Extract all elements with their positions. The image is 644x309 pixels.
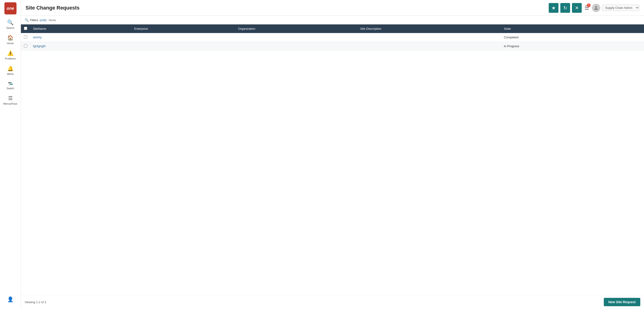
select-all-checkbox[interactable]: [24, 27, 27, 30]
user-section: Supply Chain Admin: [592, 4, 639, 12]
row-enterprise: [132, 33, 236, 42]
svg-point-4: [595, 6, 597, 8]
row-site-description: [358, 33, 501, 42]
header-enterprise: Enterprise: [132, 25, 236, 33]
header-site-name: SiteName: [30, 25, 132, 33]
requests-table: SiteName Enterprise Organization Site De…: [21, 25, 644, 51]
filter-value: None: [49, 18, 56, 22]
user-role-dropdown[interactable]: Supply Chain Admin: [602, 5, 639, 11]
row-organization: [236, 42, 358, 51]
sidebar-label-problems: Problems: [5, 57, 16, 60]
row-extra: [614, 33, 644, 42]
sidebar-label-menus: Menus/Favs: [4, 102, 18, 105]
refresh-button[interactable]: ↻: [560, 3, 570, 13]
page-title: Site Change Requests: [26, 5, 549, 11]
home-icon: 🏠: [7, 35, 14, 41]
header-checkbox-col: [21, 25, 30, 33]
app-logo[interactable]: one: [4, 2, 16, 15]
row-extra: [614, 42, 644, 51]
sidebar-label-search: Search: [6, 27, 14, 29]
notification-badge: 1: [587, 4, 590, 7]
header-site-description: Site Description: [358, 25, 501, 33]
filter-bar: 🔍 Filters (edit): None: [21, 16, 644, 25]
search-icon: 🔍: [7, 20, 14, 26]
filter-icon: 🔍: [25, 18, 28, 22]
header-organization: Organization: [236, 25, 358, 33]
filter-label: Filters: [30, 18, 38, 22]
sidebar-label-home: Home: [7, 42, 14, 45]
row-organization: [236, 33, 358, 42]
row-site-name[interactable]: fghfghgfh: [30, 42, 132, 51]
main-area: Site Change Requests ★ ↻ ✕ ☰ 1 Supply Ch…: [21, 0, 644, 309]
sidebar-item-home[interactable]: 🏠 Home: [0, 32, 21, 48]
avatar: [592, 4, 600, 12]
sidebar-bottom: 👤: [0, 294, 21, 309]
table-header-row: SiteName Enterprise Organization Site De…: [21, 25, 644, 33]
svg-rect-0: [8, 82, 11, 83]
sidebar-item-problems[interactable]: ⚠️ Problems: [0, 48, 21, 63]
sidebar-label-alerts: Alerts: [7, 73, 14, 75]
sidebar-item-search[interactable]: 🔍 Search: [0, 17, 21, 32]
row-checkbox-cell[interactable]: [21, 42, 30, 51]
filter-edit-link[interactable]: (edit):: [40, 18, 47, 22]
row-state: In Progress: [501, 42, 614, 51]
svg-marker-2: [11, 82, 12, 83]
viewing-count: Viewing 1-2 of 2: [25, 300, 46, 304]
sidebar-item-alerts[interactable]: 🔔 Alerts: [0, 63, 21, 78]
favorite-button[interactable]: ★: [549, 3, 558, 13]
warning-icon: ⚠️: [7, 50, 14, 56]
row-enterprise: [132, 42, 236, 51]
sidebar: one 🔍 Search 🏠 Home ⚠️ Problems 🔔 Alerts…: [0, 0, 21, 309]
header: Site Change Requests ★ ↻ ✕ ☰ 1 Supply Ch…: [21, 0, 644, 16]
sidebar-item-user[interactable]: 👤: [0, 294, 21, 305]
svg-rect-1: [10, 84, 13, 85]
table-row: drtrtrty Completed: [21, 33, 644, 42]
row-site-description: [358, 42, 501, 51]
table-container: SiteName Enterprise Organization Site De…: [21, 25, 644, 295]
sidebar-item-switch[interactable]: Switch: [0, 78, 21, 93]
header-state: State: [501, 25, 614, 33]
footer: Viewing 1-2 of 2 New Site Request: [21, 295, 644, 309]
svg-marker-3: [9, 84, 10, 85]
menu-icon: ☰: [8, 95, 13, 101]
table-body: drtrtrty Completed fghfghgfh In Progress: [21, 33, 644, 51]
row-state: Completed: [501, 33, 614, 42]
row-site-name[interactable]: drtrtrty: [30, 33, 132, 42]
header-actions: ★ ↻ ✕ ☰ 1 Supply Chain Admin: [549, 3, 639, 13]
user-icon: 👤: [7, 296, 14, 302]
row-checkbox[interactable]: [24, 35, 27, 39]
bell-icon: 🔔: [7, 66, 14, 72]
table-row: fghfghgfh In Progress: [21, 42, 644, 51]
row-checkbox-cell[interactable]: [21, 33, 30, 42]
row-checkbox[interactable]: [24, 44, 27, 48]
content-area: 🔍 Filters (edit): None SiteName Enterpri…: [21, 16, 644, 309]
switch-icon: [8, 81, 13, 86]
close-button[interactable]: ✕: [572, 3, 582, 13]
new-site-request-button[interactable]: New Site Request: [604, 298, 640, 306]
sidebar-item-menus[interactable]: ☰ Menus/Favs: [0, 93, 21, 108]
header-extra: [614, 25, 644, 33]
sidebar-label-switch: Switch: [6, 87, 14, 90]
